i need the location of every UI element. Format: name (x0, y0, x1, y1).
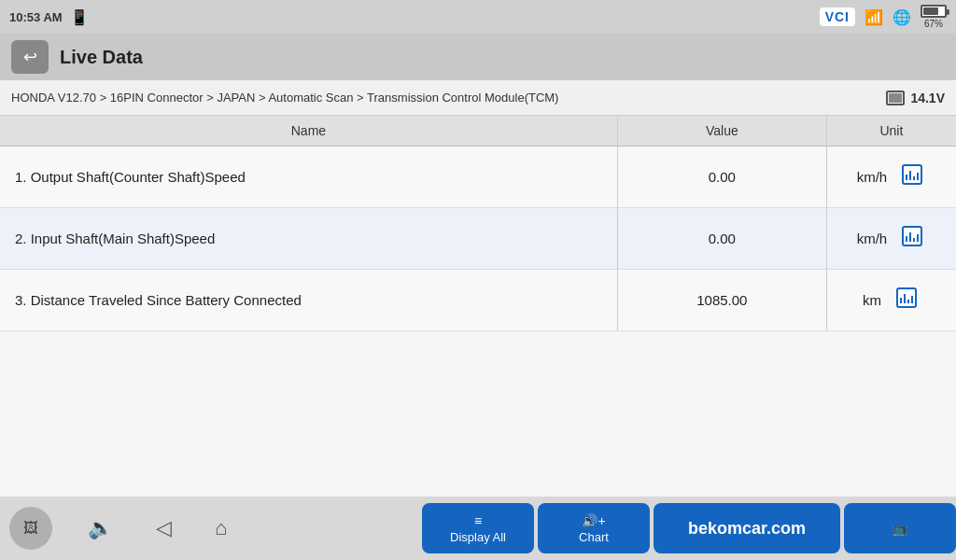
row-value-3: 1085.00 (617, 270, 826, 331)
row-unit-3: km (826, 270, 956, 331)
row-unit-2: km/h (826, 208, 956, 270)
bottom-toolbar: 🖼 🔈 ◁ ⌂ ≡ Display All 🔊+ Chart bekomcar.… (0, 497, 956, 560)
main-content: Name Value Unit 1. Output Shaft(Counter … (0, 116, 956, 489)
wifi-icon: 📶 (865, 8, 883, 26)
status-left: 10:53 AM 📱 (9, 8, 89, 26)
vci-badge: VCI (820, 7, 855, 26)
tablet-icon: 📱 (70, 8, 89, 26)
unit-text-2: km/h (857, 231, 888, 246)
volume-button[interactable]: 🔈 (80, 509, 120, 548)
battery-icon (921, 5, 947, 18)
unit-text-3: km (863, 292, 881, 308)
col-unit: Unit (826, 116, 956, 147)
row-unit-1: km/h (826, 147, 956, 208)
screenshot-button[interactable]: 🖼 (9, 507, 52, 550)
breadcrumb: HONDA V12.70 > 16PIN Connector > JAPAN >… (11, 91, 558, 105)
back-button[interactable]: ↩ (11, 40, 49, 74)
unit-text-1: km/h (857, 169, 888, 185)
header-bar: ↩ Live Data (0, 34, 956, 80)
table-row: 2. Input Shaft(Main Shaft)Speed0.00km/h (0, 208, 956, 270)
watermark-text: bekomcar.com (688, 519, 806, 539)
watermark: bekomcar.com (654, 503, 840, 553)
graph-icon-3 (896, 287, 917, 313)
display-all-button[interactable]: ≡ Display All (422, 503, 534, 553)
voltage-value: 14.1V (910, 91, 945, 105)
status-right: VCI 📶 🌐 67% (820, 5, 947, 29)
breadcrumb-bar: HONDA V12.70 > 16PIN Connector > JAPAN >… (0, 80, 956, 116)
globe-icon: 🌐 (893, 8, 911, 26)
col-name: Name (0, 116, 617, 147)
display-all-icon: ≡ (474, 513, 482, 528)
graph-button-2[interactable] (898, 222, 926, 255)
col-value: Value (617, 116, 826, 147)
table-body: 1. Output Shaft(Counter Shaft)Speed0.00k… (0, 147, 956, 331)
nav-buttons: 🖼 🔈 ◁ ⌂ (0, 507, 244, 550)
extra-btn-1[interactable]: 📺 (844, 503, 956, 553)
chart-button[interactable]: 🔊+ Chart (538, 503, 650, 553)
battery-voltage-icon (886, 91, 905, 105)
extra-icon-1: 📺 (893, 522, 907, 536)
battery-area: 67% (921, 5, 947, 29)
battery-percent: 67% (924, 19, 943, 29)
table-header: Name Value Unit (0, 116, 956, 147)
row-name-2: 2. Input Shaft(Main Shaft)Speed (0, 208, 617, 270)
battery-fill (923, 7, 938, 15)
table-row: 1. Output Shaft(Counter Shaft)Speed0.00k… (0, 147, 956, 208)
graph-button-1[interactable] (898, 161, 926, 193)
graph-button-3[interactable] (893, 284, 921, 316)
voltage-area: 14.1V (886, 91, 945, 105)
volume-icon: 🔈 (88, 516, 113, 539)
back-arrow-icon: ↩ (23, 47, 37, 67)
back-nav-button[interactable]: ◁ (148, 509, 179, 548)
chart-label: Chart (579, 530, 609, 544)
row-value-2: 0.00 (617, 208, 826, 270)
row-name-1: 1. Output Shaft(Counter Shaft)Speed (0, 147, 617, 208)
display-all-label: Display All (450, 530, 506, 544)
status-bar: 10:53 AM 📱 VCI 📶 🌐 67% (0, 0, 956, 34)
action-buttons: ≡ Display All 🔊+ Chart bekomcar.com 📺 (422, 503, 956, 553)
time-display: 10:53 AM (9, 10, 63, 24)
live-data-table: Name Value Unit 1. Output Shaft(Counter … (0, 116, 956, 331)
image-icon: 🖼 (23, 520, 38, 537)
row-name-3: 3. Distance Traveled Since Battery Conne… (0, 270, 617, 331)
graph-icon-2 (902, 226, 922, 251)
chart-icon: 🔊+ (582, 513, 605, 528)
page-title: Live Data (60, 47, 143, 68)
table-row: 3. Distance Traveled Since Battery Conne… (0, 270, 956, 331)
home-icon: ⌂ (215, 516, 227, 539)
row-value-1: 0.00 (617, 147, 826, 208)
back-nav-icon: ◁ (156, 516, 172, 539)
home-button[interactable]: ⌂ (207, 509, 234, 548)
graph-icon-1 (902, 164, 922, 189)
